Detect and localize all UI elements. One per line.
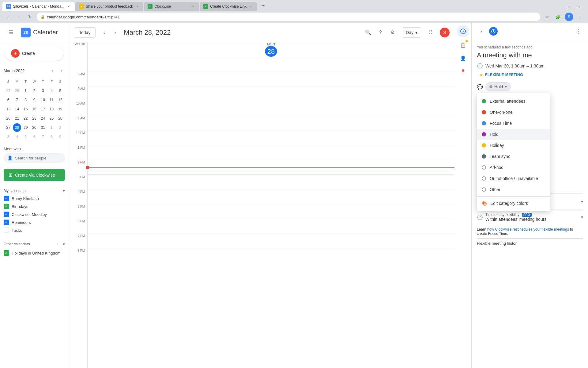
calendar-item-ramy[interactable]: ✓ Ramy Khuffash [0,194,69,202]
new-tab-button[interactable]: + [259,1,267,10]
dropdown-item-adhoc[interactable]: Ad-hoc [477,162,550,173]
bookmark-icon[interactable]: ☆ [543,13,551,21]
panel-back-button[interactable]: ‹ [477,26,487,36]
mini-cal-day[interactable]: 23 [30,114,38,123]
dropdown-item-edit-colors[interactable]: 🎨 Edit category colors [477,198,550,209]
calendar-prev-button[interactable]: ‹ [99,28,109,37]
back-button[interactable]: ‹ [4,13,12,21]
mini-cal-day[interactable]: 19 [56,105,64,113]
mini-cal-day[interactable]: 2 [56,123,64,132]
forward-button[interactable]: › [15,13,23,21]
mini-cal-day[interactable]: 5 [22,132,30,141]
mini-cal-day[interactable]: 8 [47,132,55,141]
mini-cal-day[interactable]: 6 [30,132,38,141]
mini-cal-day[interactable]: 16 [30,105,38,113]
mini-cal-day[interactable]: 29 [22,123,30,132]
minimize-button[interactable]: ⊟ [565,2,573,11]
more-options-icon[interactable]: ⋮ [576,13,584,21]
mini-cal-day[interactable]: 10 [39,96,47,104]
mini-cal-day[interactable]: 31 [39,123,47,132]
dropdown-item-team-sync[interactable]: Team sync [477,151,550,162]
maximize-button[interactable]: ⊞ [575,2,583,11]
mini-cal-day[interactable]: 3 [4,132,12,141]
profile-icon[interactable]: S [565,13,573,21]
my-calendars-header[interactable]: My calendars ▾ [0,187,69,194]
view-selector-button[interactable]: Day ▾ [402,27,421,38]
mini-cal-day[interactable]: 12 [56,96,64,104]
help-button[interactable]: ? [375,27,386,38]
mini-cal-day[interactable]: 11 [47,96,55,104]
calendar-item-holidays[interactable]: ✓ Holidays in United Kingdom [0,249,69,257]
clockwise-sidebar-icon[interactable] [457,25,469,37]
mini-cal-day[interactable]: 27 [4,86,12,95]
mini-cal-day[interactable]: 26 [56,114,64,123]
tab-silkpixels[interactable]: SP SilkPixels - Calendar - Monda... ✕ [2,2,75,11]
calendar-item-reminders[interactable]: ✓ Reminders [0,218,69,226]
mini-cal-day[interactable]: 2 [30,86,38,95]
dropdown-item-hold[interactable]: Hold [477,129,550,140]
mini-calendar-month[interactable]: March 2022 [4,68,25,73]
mini-cal-day[interactable]: 7 [13,96,21,104]
mini-cal-day[interactable]: 9 [30,96,38,104]
mini-cal-day[interactable]: 4 [47,86,55,95]
mini-cal-today[interactable]: 28 [13,123,21,132]
address-bar[interactable]: 🔒 calendar.google.com/calendar/u/1/r?pli… [37,13,540,21]
search-button[interactable]: 🔍 [363,27,374,38]
tab-clockwise-link[interactable]: ✓ Create Clockwise Link ✕ [200,2,257,11]
panel-more-button[interactable]: ⋮ [573,26,583,36]
mini-calendar-prev-button[interactable]: ‹ [49,67,56,74]
mini-cal-day[interactable]: 28 [13,86,21,95]
create-clockwise-button[interactable]: ⊞ Create via Clockwise [4,169,65,181]
mini-cal-day[interactable]: 15 [22,105,30,113]
add-other-calendar-button[interactable]: + [54,240,62,248]
day-number-circle[interactable]: 28 [265,46,277,57]
mini-cal-day[interactable]: 22 [22,114,30,123]
other-calendars-header[interactable]: Other calendars + ▾ [0,239,69,249]
dropdown-item-one-on-one[interactable]: One-on-one [477,107,550,118]
tab-close-3[interactable]: ✕ [190,4,195,9]
tab-feedback[interactable]: ★ Share your product feedback ✕ [75,2,143,11]
mini-cal-day[interactable]: 7 [39,132,47,141]
dropdown-item-out-of-office[interactable]: Out of office / unavailable [477,173,550,184]
today-button[interactable]: Today [74,27,96,38]
category-dropdown-button[interactable]: Hold ▾ [485,82,511,91]
mini-cal-day[interactable]: 17 [39,105,47,113]
mini-cal-day[interactable]: 6 [4,96,12,104]
calendar-item-birthdays[interactable]: ✓ Birthdays [0,202,69,210]
contacts-sidebar-icon[interactable]: 👤 [457,52,469,64]
tasks-sidebar-icon[interactable]: 📋 [457,39,469,51]
calendar-item-tasks[interactable]: Tasks [0,226,69,234]
mini-calendar-next-button[interactable]: › [58,67,65,74]
google-apps-button[interactable]: ⠿ [425,27,436,38]
day-grid[interactable] [88,57,454,263]
mini-cal-day[interactable]: 18 [47,105,55,113]
mini-cal-day[interactable]: 21 [13,114,21,123]
tab-close-1[interactable]: ✕ [66,4,71,9]
reload-button[interactable]: ↻ [26,13,34,21]
mini-cal-day[interactable]: 9 [56,132,64,141]
learn-more-link[interactable]: how Clockwise reschedules your flexible … [487,227,569,232]
user-avatar[interactable]: S [440,28,450,37]
calendar-item-clockwise[interactable]: ✓ Clockwise: Moodjoy [0,210,69,218]
mini-cal-day[interactable]: 5 [56,86,64,95]
dropdown-item-focus-time[interactable]: Focus Time [477,118,550,129]
calendar-next-button[interactable]: › [110,28,120,37]
mini-cal-day[interactable]: 14 [13,105,21,113]
mini-cal-day[interactable]: 25 [47,114,55,123]
dropdown-item-external[interactable]: External attendees [477,96,550,107]
tab-close-2[interactable]: ✕ [135,4,140,9]
settings-button[interactable]: ⚙ [387,27,398,38]
dropdown-item-holiday[interactable]: Holiday [477,140,550,151]
mini-cal-day[interactable]: 1 [22,86,30,95]
mini-cal-day[interactable]: 4 [13,132,21,141]
time-of-day-flexibility-row[interactable]: 🕐 Time of day flexibility PRO Within att… [477,209,583,225]
search-people-input[interactable]: 👤 Search for people [4,153,65,163]
mini-cal-day[interactable]: 30 [30,123,38,132]
mini-cal-day[interactable]: 8 [22,96,30,104]
mini-cal-day[interactable]: 3 [39,86,47,95]
mini-cal-day[interactable]: 20 [4,114,12,123]
create-event-button[interactable]: + Create [5,46,64,61]
dropdown-item-other[interactable]: Other [477,184,550,195]
extensions-icon[interactable]: 🧩 [554,13,562,21]
mini-cal-day[interactable]: 24 [39,114,47,123]
